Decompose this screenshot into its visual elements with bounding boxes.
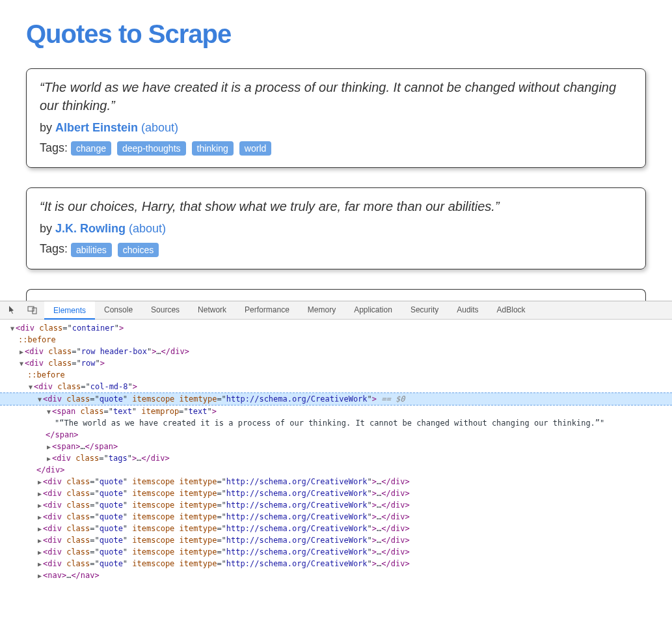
twisty-closed-icon[interactable]: ▶ [36,512,43,522]
twisty-open-icon[interactable]: ▼ [46,407,52,417]
twisty-closed-icon[interactable]: ▶ [36,524,43,534]
dom-node-close[interactable]: </div> [9,464,672,476]
tags-line: Tags: change deep-thoughts thinking worl… [40,141,632,156]
dom-node[interactable]: ▶<div class="quote" itemscope itemtype="… [9,558,672,570]
dom-node[interactable]: ▶<span>…</span> [9,441,672,452]
author-name[interactable]: Albert Einstein [55,121,138,134]
devtools-tab-performance[interactable]: Performance [235,301,299,319]
quote-author-line: by J.K. Rowling (about) [40,222,632,236]
by-label: by [40,121,52,134]
devtools-tab-console[interactable]: Console [95,301,142,319]
dom-node[interactable]: ▶<div class="quote" itemscope itemtype="… [9,488,672,499]
quote-author-line: by Albert Einstein (about) [40,121,632,135]
quote-box-partial [26,289,646,301]
quote-box: “The world as we have created it is a pr… [26,68,646,168]
twisty-closed-icon[interactable]: ▶ [36,536,43,545]
twisty-closed-icon[interactable]: ▶ [36,571,43,581]
devtools-tab-audits[interactable]: Audits [448,301,487,319]
tag[interactable]: deep-thoughts [117,141,186,156]
about-link[interactable]: (about) [141,121,178,134]
dom-tree[interactable]: ▼<div class="container"> ::before ▶<div … [0,320,672,588]
devtools-tab-application[interactable]: Application [345,301,401,319]
svg-rect-0 [28,307,34,311]
devtools-tab-memory[interactable]: Memory [299,301,345,319]
quote-text: “The world as we have created it is a pr… [40,78,632,115]
twisty-closed-icon[interactable]: ▶ [46,454,52,463]
quote-box: “It is our choices, Harry, that show wha… [26,187,646,269]
dom-text-node[interactable]: "“The world as we have created it is a p… [9,417,672,429]
dom-node[interactable]: ▶<div class="quote" itemscope itemtype="… [9,523,672,534]
devtools-panel: Elements Console Sources Network Perform… [0,301,672,588]
dom-node[interactable]: ▶<div class="quote" itemscope itemtype="… [9,499,672,511]
devtools-tabs: Elements Console Sources Network Perform… [0,301,672,320]
dom-pseudo[interactable]: ::before [9,334,672,346]
quote-text: “It is our choices, Harry, that show wha… [40,197,632,215]
tag[interactable]: abilities [71,243,112,257]
twisty-closed-icon[interactable]: ▶ [36,489,43,499]
dom-node[interactable]: ▼<div class="col-md-8"> [9,381,672,392]
twisty-closed-icon[interactable]: ▶ [18,347,25,357]
twisty-closed-icon[interactable]: ▶ [46,442,52,452]
tag[interactable]: world [239,141,271,156]
twisty-closed-icon[interactable]: ▶ [36,547,43,557]
devtools-tab-elements[interactable]: Elements [44,301,95,320]
devtools-tab-security[interactable]: Security [401,301,448,319]
devtools-tab-adblock[interactable]: AdBlock [488,301,535,319]
tags-line: Tags: abilities choices [40,242,632,256]
dom-node[interactable]: ▼<span class="text" itemprop="text"> [9,405,672,417]
dom-node[interactable]: ▶<div class="quote" itemscope itemtype="… [9,511,672,523]
dom-node[interactable]: ▶<div class="quote" itemscope itemtype="… [9,476,672,488]
twisty-open-icon[interactable]: ▼ [18,359,25,368]
tags-label: Tags: [40,242,68,255]
dom-node[interactable]: ▶<nav>…</nav> [9,570,672,581]
dom-pseudo[interactable]: ::before [9,369,672,381]
author-name[interactable]: J.K. Rowling [55,222,126,235]
devtools-tab-network[interactable]: Network [189,301,235,319]
twisty-closed-icon[interactable]: ▶ [36,477,43,487]
tag[interactable]: choices [118,243,159,257]
tag[interactable]: thinking [192,141,234,156]
site-title[interactable]: Quotes to Scrape [26,20,646,49]
dom-node-selected[interactable]: ▼<div class="quote" itemscope itemtype="… [0,392,672,405]
by-label: by [40,222,52,235]
twisty-closed-icon[interactable]: ▶ [36,559,43,569]
dom-node[interactable]: ▶<div class="row header-box">…</div> [9,346,672,357]
tags-label: Tags: [40,141,68,154]
twisty-open-icon[interactable]: ▼ [36,394,43,404]
toggle-device-icon[interactable] [25,303,40,316]
twisty-open-icon[interactable]: ▼ [9,323,16,333]
twisty-open-icon[interactable]: ▼ [27,382,34,392]
page-content: Quotes to Scrape “The world as we have c… [0,0,672,301]
inspect-icon[interactable] [5,303,21,316]
about-link[interactable]: (about) [129,222,166,235]
tag[interactable]: change [71,141,111,156]
dom-node[interactable]: ▼<div class="row"> [9,357,672,369]
twisty-closed-icon[interactable]: ▶ [36,501,43,510]
devtools-tab-sources[interactable]: Sources [142,301,189,319]
dom-node[interactable]: ▼<div class="container"> [9,322,672,334]
dom-node[interactable]: ▶<div class="tags">…</div> [9,452,672,464]
dom-node-close[interactable]: </span> [9,429,672,441]
dom-node[interactable]: ▶<div class="quote" itemscope itemtype="… [9,546,672,558]
dom-node[interactable]: ▶<div class="quote" itemscope itemtype="… [9,534,672,546]
